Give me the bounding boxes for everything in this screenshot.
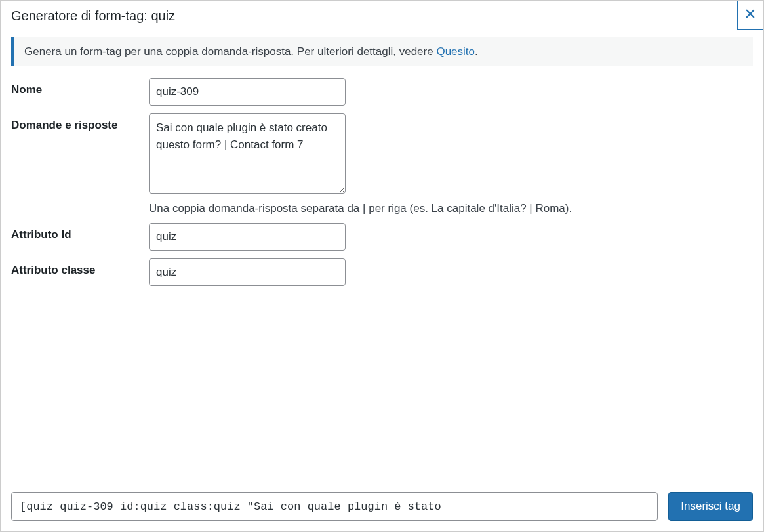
generated-tag-output[interactable] [11,492,658,521]
dialog-title: Generatore di form-tag: quiz [11,9,753,24]
row-id: Attributo Id [11,223,753,251]
dialog-header: Generatore di form-tag: quiz [1,1,763,31]
form-tag-generator-dialog: Generatore di form-tag: quiz Genera un f… [0,0,764,532]
hint-qa: Una coppia domanda-risposta separata da … [149,202,753,215]
label-name: Nome [11,78,149,96]
input-class[interactable] [149,258,346,286]
insert-tag-button[interactable]: Inserisci tag [668,492,753,521]
close-button[interactable] [737,1,763,30]
close-icon [744,8,756,22]
info-notice: Genera un form-tag per una coppia domand… [11,37,753,66]
form-table: Nome Domande e risposte Sai con quale pl… [11,78,753,286]
notice-text-after: . [475,45,478,58]
label-qa: Domande e risposte [11,113,149,132]
row-qa: Domande e risposte Sai con quale plugin … [11,113,753,215]
row-name: Nome [11,78,753,106]
textarea-qa[interactable]: Sai con quale plugin è stato creato ques… [149,113,346,194]
label-class: Attributo classe [11,258,149,277]
dialog-body: Genera un form-tag per una coppia domand… [1,31,763,481]
notice-link-quesito[interactable]: Quesito [436,45,475,58]
input-id[interactable] [149,223,346,251]
row-class: Attributo classe [11,258,753,286]
notice-text-before: Genera un form-tag per una coppia domand… [24,45,436,58]
input-name[interactable] [149,78,346,106]
label-id: Attributo Id [11,223,149,241]
dialog-footer: Inserisci tag [1,481,763,531]
